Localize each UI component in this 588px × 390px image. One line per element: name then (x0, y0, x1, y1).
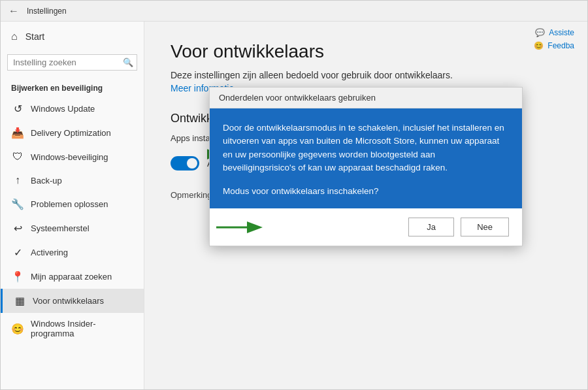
sidebar-item-label: Back-up (31, 176, 62, 186)
sidebar-item-recovery[interactable]: ↩ Systeemherstel (1, 216, 144, 240)
dialog: Onderdelen voor ontwikkelaars gebruiken … (209, 87, 523, 246)
search-input[interactable] (13, 57, 123, 67)
windows-update-icon: ↺ (11, 103, 24, 115)
sidebar-item-label: Activering (31, 248, 68, 257)
sidebar-item-delivery-optimization[interactable]: 📥 Delivery Optimization (1, 121, 144, 145)
sidebar: ⌂ Start 🔍 Bijwerken en beveiliging ↺ Win… (1, 22, 144, 389)
sidebar-item-home[interactable]: ⌂ Start (1, 22, 144, 52)
sidebar-item-label: Windows Insider-programma (31, 319, 133, 338)
sidebar-item-find-device[interactable]: 📍 Mijn apparaat zoeken (1, 265, 144, 289)
sidebar-item-label: Delivery Optimization (31, 128, 111, 138)
troubleshoot-icon: 🔧 (11, 198, 24, 210)
sidebar-item-backup[interactable]: ↑ Back-up (1, 169, 144, 192)
dialog-overlay: Onderdelen voor ontwikkelaars gebruiken … (144, 22, 587, 389)
sidebar-item-developers[interactable]: ▦ Voor ontwikkelaars (1, 289, 144, 313)
activation-icon: ✓ (11, 246, 24, 259)
sidebar-item-label: Systeemherstel (31, 223, 90, 233)
dialog-yes-button[interactable]: Ja (408, 218, 454, 236)
dialog-titlebar: Onderdelen voor ontwikkelaars gebruiken (210, 88, 522, 108)
find-device-icon: 📍 (11, 270, 24, 283)
content-area: ⌂ Start 🔍 Bijwerken en beveiliging ↺ Win… (1, 22, 587, 389)
sidebar-item-windows-update[interactable]: ↺ Windows Update (1, 97, 144, 121)
dialog-body: Door de ontwikkelaarsmodus in te schakel… (210, 108, 522, 208)
sidebar-item-troubleshoot[interactable]: 🔧 Problemen oplossen (1, 192, 144, 216)
sidebar-item-insider[interactable]: 😊 Windows Insider-programma (1, 313, 144, 344)
developers-icon: ▦ (13, 295, 26, 307)
sidebar-item-activation[interactable]: ✓ Activering (1, 240, 144, 265)
home-icon: ⌂ (11, 31, 18, 42)
sidebar-item-windows-security[interactable]: 🛡 Windows-beveiliging (1, 145, 144, 169)
sidebar-item-label: Problemen oplossen (31, 199, 108, 209)
shield-icon: 🛡 (11, 151, 24, 163)
dialog-question: Modus voor ontwikkelaars inschakelen? (223, 185, 509, 198)
sidebar-item-label: Mijn apparaat zoeken (31, 272, 112, 282)
search-box: 🔍 (7, 54, 137, 71)
settings-window: ← Instellingen ⌂ Start 🔍 Bijwerken en be… (0, 0, 588, 390)
delivery-icon: 📥 (11, 127, 24, 139)
back-button[interactable]: ← (8, 5, 19, 17)
insider-icon: 😊 (11, 323, 24, 335)
dialog-arrow (216, 218, 269, 237)
home-label: Start (25, 31, 45, 42)
backup-icon: ↑ (11, 174, 24, 186)
window-title: Instellingen (27, 7, 67, 16)
dialog-body-text: Door de ontwikkelaarsmodus in te schakel… (223, 122, 509, 174)
sidebar-item-label: Windows-beveiliging (31, 152, 108, 162)
sidebar-item-label: Voor ontwikkelaars (33, 296, 104, 306)
search-icon: 🔍 (123, 57, 133, 67)
titlebar: ← Instellingen (1, 1, 587, 22)
sidebar-item-label: Windows Update (31, 104, 95, 114)
dialog-buttons: Ja Nee (210, 208, 522, 246)
sidebar-section-title: Bijwerken en beveiliging (1, 77, 144, 97)
main-content: 💬 Assiste 😊 Feedba Voor ontwikkelaars De… (144, 22, 587, 389)
recovery-icon: ↩ (11, 222, 24, 235)
dialog-no-button[interactable]: Nee (461, 218, 509, 236)
